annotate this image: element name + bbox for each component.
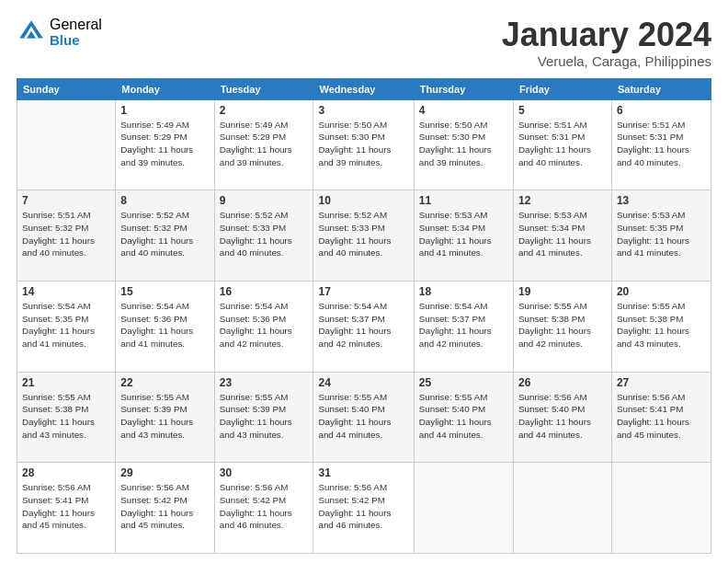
day-number: 24 xyxy=(318,376,408,389)
day-info: Sunrise: 5:54 AMSunset: 5:35 PMDaylight:… xyxy=(22,300,110,350)
day-info: Sunrise: 5:55 AMSunset: 5:38 PMDaylight:… xyxy=(518,300,607,350)
calendar-cell: 1Sunrise: 5:49 AMSunset: 5:29 PMDaylight… xyxy=(116,99,214,190)
calendar-cell: 20Sunrise: 5:55 AMSunset: 5:38 PMDayligh… xyxy=(611,281,711,372)
calendar-cell: 31Sunrise: 5:56 AMSunset: 5:42 PMDayligh… xyxy=(313,463,414,554)
day-number: 9 xyxy=(220,194,309,207)
day-number: 6 xyxy=(617,104,706,117)
day-info: Sunrise: 5:54 AMSunset: 5:37 PMDaylight:… xyxy=(318,300,408,350)
calendar-cell: 29Sunrise: 5:56 AMSunset: 5:42 PMDayligh… xyxy=(116,463,214,554)
calendar-cell: 16Sunrise: 5:54 AMSunset: 5:36 PMDayligh… xyxy=(214,281,313,372)
calendar-cell xyxy=(611,463,711,554)
day-info: Sunrise: 5:53 AMSunset: 5:34 PMDaylight:… xyxy=(518,209,607,259)
day-number: 7 xyxy=(22,194,110,207)
day-number: 1 xyxy=(120,104,209,117)
calendar-cell: 30Sunrise: 5:56 AMSunset: 5:42 PMDayligh… xyxy=(214,463,313,554)
day-number: 15 xyxy=(120,285,209,298)
weekday-header-saturday: Saturday xyxy=(611,78,711,99)
day-info: Sunrise: 5:52 AMSunset: 5:32 PMDaylight:… xyxy=(120,209,209,259)
day-number: 19 xyxy=(518,285,607,298)
day-number: 16 xyxy=(220,285,309,298)
week-row-5: 28Sunrise: 5:56 AMSunset: 5:41 PMDayligh… xyxy=(17,463,711,554)
day-info: Sunrise: 5:55 AMSunset: 5:38 PMDaylight:… xyxy=(617,300,706,350)
logo-icon xyxy=(17,17,46,47)
day-info: Sunrise: 5:49 AMSunset: 5:29 PMDaylight:… xyxy=(220,119,309,169)
day-info: Sunrise: 5:52 AMSunset: 5:33 PMDaylight:… xyxy=(318,209,408,259)
week-row-1: 1Sunrise: 5:49 AMSunset: 5:29 PMDaylight… xyxy=(17,99,711,190)
calendar-cell: 24Sunrise: 5:55 AMSunset: 5:40 PMDayligh… xyxy=(313,372,414,463)
day-info: Sunrise: 5:52 AMSunset: 5:33 PMDaylight:… xyxy=(220,209,309,259)
week-row-2: 7Sunrise: 5:51 AMSunset: 5:32 PMDaylight… xyxy=(17,190,711,282)
day-info: Sunrise: 5:54 AMSunset: 5:36 PMDaylight:… xyxy=(120,300,209,350)
page: General Blue January 2024 Veruela, Carag… xyxy=(0,0,728,563)
day-number: 4 xyxy=(419,104,508,117)
day-number: 26 xyxy=(518,376,607,389)
day-number: 2 xyxy=(220,104,309,117)
day-info: Sunrise: 5:55 AMSunset: 5:39 PMDaylight:… xyxy=(220,391,309,442)
day-number: 17 xyxy=(318,285,408,298)
calendar-cell: 17Sunrise: 5:54 AMSunset: 5:37 PMDayligh… xyxy=(313,281,414,372)
day-info: Sunrise: 5:56 AMSunset: 5:42 PMDaylight:… xyxy=(220,481,309,532)
weekday-header-wednesday: Wednesday xyxy=(313,78,414,99)
calendar-cell: 23Sunrise: 5:55 AMSunset: 5:39 PMDayligh… xyxy=(214,372,313,463)
day-info: Sunrise: 5:56 AMSunset: 5:41 PMDaylight:… xyxy=(22,481,110,532)
calendar-table: SundayMondayTuesdayWednesdayThursdayFrid… xyxy=(17,78,711,554)
calendar-cell: 12Sunrise: 5:53 AMSunset: 5:34 PMDayligh… xyxy=(513,190,611,282)
day-number: 31 xyxy=(318,466,408,479)
day-info: Sunrise: 5:54 AMSunset: 5:36 PMDaylight:… xyxy=(220,300,309,350)
day-info: Sunrise: 5:56 AMSunset: 5:40 PMDaylight:… xyxy=(518,391,607,442)
calendar-cell: 8Sunrise: 5:52 AMSunset: 5:32 PMDaylight… xyxy=(116,190,214,282)
day-number: 18 xyxy=(419,285,508,298)
day-number: 14 xyxy=(22,285,110,298)
week-row-4: 21Sunrise: 5:55 AMSunset: 5:38 PMDayligh… xyxy=(17,372,711,463)
day-number: 21 xyxy=(22,376,110,389)
day-number: 13 xyxy=(617,194,706,207)
day-info: Sunrise: 5:55 AMSunset: 5:38 PMDaylight:… xyxy=(22,391,110,442)
day-number: 3 xyxy=(318,104,408,117)
calendar-title: January 2024 xyxy=(502,17,711,53)
logo-blue: Blue xyxy=(50,33,102,49)
calendar-subtitle: Veruela, Caraga, Philippines xyxy=(502,53,711,69)
day-info: Sunrise: 5:53 AMSunset: 5:35 PMDaylight:… xyxy=(617,209,706,259)
day-info: Sunrise: 5:51 AMSunset: 5:32 PMDaylight:… xyxy=(22,209,110,259)
day-info: Sunrise: 5:54 AMSunset: 5:37 PMDaylight:… xyxy=(419,300,508,350)
day-number: 22 xyxy=(120,376,209,389)
day-number: 29 xyxy=(120,466,209,479)
calendar-cell: 2Sunrise: 5:49 AMSunset: 5:29 PMDaylight… xyxy=(214,99,313,190)
calendar-cell: 19Sunrise: 5:55 AMSunset: 5:38 PMDayligh… xyxy=(513,281,611,372)
calendar-cell: 21Sunrise: 5:55 AMSunset: 5:38 PMDayligh… xyxy=(17,372,116,463)
day-info: Sunrise: 5:51 AMSunset: 5:31 PMDaylight:… xyxy=(518,119,607,169)
calendar-cell xyxy=(513,463,611,554)
weekday-header-monday: Monday xyxy=(116,78,214,99)
calendar-cell: 15Sunrise: 5:54 AMSunset: 5:36 PMDayligh… xyxy=(116,281,214,372)
day-number: 11 xyxy=(419,194,508,207)
calendar-cell: 3Sunrise: 5:50 AMSunset: 5:30 PMDaylight… xyxy=(313,99,414,190)
calendar-cell: 25Sunrise: 5:55 AMSunset: 5:40 PMDayligh… xyxy=(414,372,513,463)
weekday-header-tuesday: Tuesday xyxy=(214,78,313,99)
calendar-cell: 4Sunrise: 5:50 AMSunset: 5:30 PMDaylight… xyxy=(414,99,513,190)
day-number: 10 xyxy=(318,194,408,207)
calendar-cell: 18Sunrise: 5:54 AMSunset: 5:37 PMDayligh… xyxy=(414,281,513,372)
day-number: 8 xyxy=(120,194,209,207)
calendar-cell: 10Sunrise: 5:52 AMSunset: 5:33 PMDayligh… xyxy=(313,190,414,282)
calendar-cell: 5Sunrise: 5:51 AMSunset: 5:31 PMDaylight… xyxy=(513,99,611,190)
calendar-cell: 22Sunrise: 5:55 AMSunset: 5:39 PMDayligh… xyxy=(116,372,214,463)
day-number: 5 xyxy=(518,104,607,117)
weekday-header-thursday: Thursday xyxy=(414,78,513,99)
day-number: 28 xyxy=(22,466,110,479)
weekday-header-sunday: Sunday xyxy=(17,78,116,99)
weekday-header-friday: Friday xyxy=(513,78,611,99)
week-row-3: 14Sunrise: 5:54 AMSunset: 5:35 PMDayligh… xyxy=(17,281,711,372)
logo: General Blue xyxy=(17,17,102,48)
day-info: Sunrise: 5:56 AMSunset: 5:42 PMDaylight:… xyxy=(318,481,408,532)
day-info: Sunrise: 5:56 AMSunset: 5:41 PMDaylight:… xyxy=(617,391,706,442)
calendar-cell: 13Sunrise: 5:53 AMSunset: 5:35 PMDayligh… xyxy=(611,190,711,282)
header: General Blue January 2024 Veruela, Carag… xyxy=(17,17,711,69)
day-number: 27 xyxy=(617,376,706,389)
day-info: Sunrise: 5:56 AMSunset: 5:42 PMDaylight:… xyxy=(120,481,209,532)
day-info: Sunrise: 5:55 AMSunset: 5:39 PMDaylight:… xyxy=(120,391,209,442)
day-info: Sunrise: 5:51 AMSunset: 5:31 PMDaylight:… xyxy=(617,119,706,169)
day-info: Sunrise: 5:50 AMSunset: 5:30 PMDaylight:… xyxy=(419,119,508,169)
calendar-cell: 11Sunrise: 5:53 AMSunset: 5:34 PMDayligh… xyxy=(414,190,513,282)
day-info: Sunrise: 5:55 AMSunset: 5:40 PMDaylight:… xyxy=(419,391,508,442)
calendar-cell xyxy=(17,99,116,190)
